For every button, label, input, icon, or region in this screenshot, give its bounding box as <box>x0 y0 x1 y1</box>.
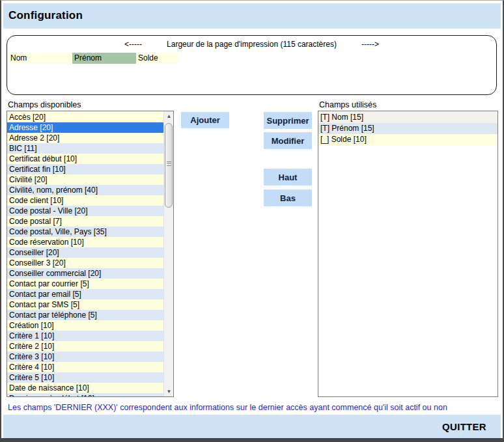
vertical-scrollbar[interactable]: ▲ ▼ <box>163 111 173 396</box>
list-item[interactable]: Civilité, nom, prénom [40] <box>7 185 163 195</box>
list-item[interactable]: Contact par téléphone [5] <box>7 310 163 320</box>
list-item[interactable]: Adresse 2 [20] <box>7 133 163 143</box>
list-item[interactable]: Contact par SMS [5] <box>7 299 163 310</box>
list-item[interactable]: Création [10] <box>7 320 163 331</box>
list-item[interactable]: Accès [20] <box>7 112 163 122</box>
list-item[interactable]: Adresse [20] <box>7 122 163 133</box>
arrow-left-icon: <----- <box>124 40 142 49</box>
scroll-down-icon[interactable]: ▼ <box>164 387 174 396</box>
list-item[interactable]: Civilité [20] <box>7 174 163 185</box>
move-down-button[interactable]: Bas <box>264 189 312 206</box>
list-item[interactable]: Conseiller commercial [20] <box>7 268 163 279</box>
used-fields-rows: [T] Nom [15][T] Prénom [15][_] Solde [10… <box>318 112 497 396</box>
list-item[interactable]: Code postal - Ville [20] <box>7 206 163 216</box>
list-item[interactable]: Code réservation [10] <box>7 237 163 247</box>
title-bar: Configuration <box>3 3 501 29</box>
preview-caption: <----- Largeur de la page d'impression (… <box>7 40 496 49</box>
list-item[interactable]: Date de naissance [10] <box>7 383 163 393</box>
preview-field-row: NomPrénomSolde <box>8 53 178 64</box>
list-item[interactable]: Code postal [7] <box>7 216 163 227</box>
list-item[interactable]: Conseiller 3 [20] <box>7 258 163 268</box>
move-up-button[interactable]: Haut <box>264 169 312 186</box>
available-fields-listbox[interactable]: Accès [20]Adresse [20]Adresse 2 [20]BIC … <box>7 111 174 397</box>
preview-caption-text: Largeur de la page d'impression (115 car… <box>167 40 337 49</box>
scrollbar-thumb[interactable] <box>165 123 173 208</box>
list-item[interactable]: Code client [10] <box>7 195 163 206</box>
scroll-up-icon[interactable]: ▲ <box>164 111 174 121</box>
preview-field-block: Prénom <box>72 53 136 64</box>
available-fields-rows: Accès [20]Adresse [20]Adresse 2 [20]BIC … <box>7 112 163 396</box>
used-fields-listbox[interactable]: [T] Nom [15][T] Prénom [15][_] Solde [10… <box>318 111 498 397</box>
list-item[interactable]: Critère 5 [10] <box>7 372 163 383</box>
list-item[interactable]: Contact par courrier [5] <box>7 279 163 289</box>
dernier-fields-note: Les champs 'DERNIER (XXX)' correspondent… <box>8 403 447 412</box>
used-fields-label: Champs utilisés <box>319 100 376 109</box>
preview-field-block: Solde <box>136 53 178 64</box>
list-item[interactable]: Critère 2 [10] <box>7 341 163 352</box>
available-fields-label: Champs disponibles <box>8 100 81 109</box>
list-item[interactable]: [_] Solde [10] <box>318 134 497 145</box>
quit-button[interactable]: QUITTER <box>442 415 486 439</box>
page-title: Configuration <box>3 3 501 22</box>
list-item[interactable]: Certificat début [10] <box>7 154 163 164</box>
list-item[interactable]: Certificat fin [10] <box>7 164 163 174</box>
list-item[interactable]: Contact par email [5] <box>7 289 163 299</box>
list-item[interactable]: [T] Nom [15] <box>318 112 497 123</box>
list-item[interactable]: Dernier accès début [10] <box>7 393 163 396</box>
list-item[interactable]: Code postal, Ville, Pays [35] <box>7 227 163 237</box>
bottom-bar: QUITTER <box>3 415 501 439</box>
list-item[interactable]: Critère 1 [10] <box>7 331 163 341</box>
preview-field-block: Nom <box>8 53 72 64</box>
list-item[interactable]: Critère 3 [10] <box>7 352 163 362</box>
list-item[interactable]: Critère 4 [10] <box>7 362 163 372</box>
list-item[interactable]: Conseiller [20] <box>7 247 163 258</box>
configuration-dialog: Configuration <----- Largeur de la page … <box>0 0 504 442</box>
arrow-right-icon: -----> <box>361 40 379 49</box>
list-item[interactable]: [T] Prénom [15] <box>318 123 497 134</box>
remove-button[interactable]: Supprimer <box>264 112 312 129</box>
print-width-preview: <----- Largeur de la page d'impression (… <box>7 35 497 95</box>
edit-button[interactable]: Modifier <box>264 132 312 149</box>
list-item[interactable]: BIC [11] <box>7 143 163 154</box>
add-button[interactable]: Ajouter <box>181 112 229 128</box>
